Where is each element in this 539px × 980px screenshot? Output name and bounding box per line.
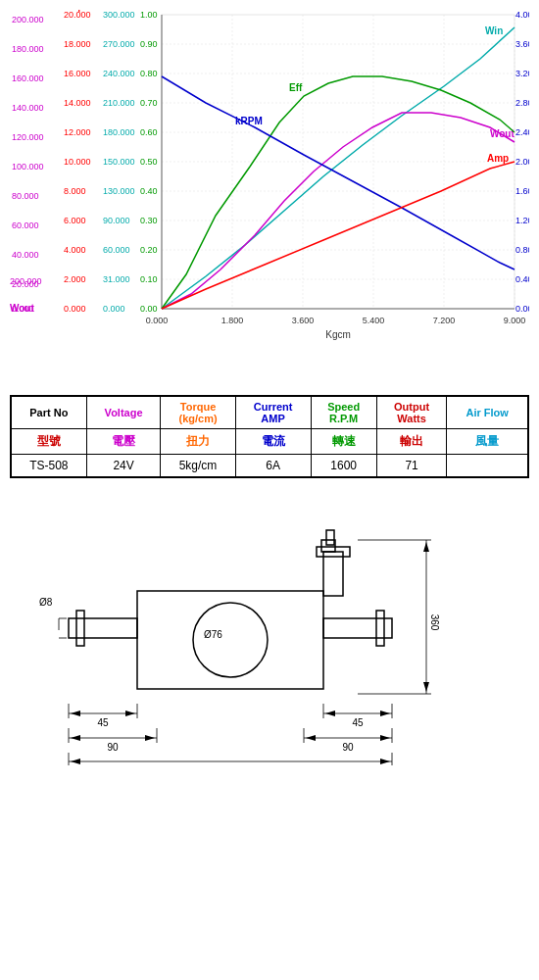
- svg-text:20.000: 20.000: [12, 279, 39, 289]
- svg-text:0.000: 0.000: [103, 304, 125, 314]
- performance-chart: Wout 200.000 180.000 200.000 180.000 160…: [10, 10, 529, 372]
- svg-text:8.000: 8.000: [64, 186, 86, 196]
- svg-text:60.000: 60.000: [103, 245, 130, 255]
- svg-text:16.000: 16.000: [64, 69, 91, 78]
- svg-text:Eff: Eff: [140, 10, 153, 12]
- svg-text:0.00: 0.00: [140, 304, 158, 314]
- svg-rect-93: [376, 611, 384, 646]
- svg-marker-115: [380, 710, 390, 716]
- td-ch-output: 輸出: [376, 429, 447, 455]
- svg-text:3.200: 3.200: [515, 69, 529, 78]
- svg-text:4.000: 4.000: [64, 245, 86, 255]
- svg-text:10.000: 10.000: [64, 157, 91, 167]
- svg-text:Amp: Amp: [487, 153, 509, 164]
- svg-marker-125: [380, 735, 390, 741]
- svg-text:210.000: 210.000: [103, 98, 135, 108]
- td-ch-torque: 扭力: [161, 429, 235, 455]
- th-voltage: Voltage: [86, 396, 161, 429]
- d76-label: Ø76: [204, 629, 222, 640]
- svg-text:Kgcm: Kgcm: [325, 329, 351, 340]
- svg-text:150.000: 150.000: [103, 157, 135, 167]
- svg-text:5.400: 5.400: [363, 316, 385, 325]
- d90-left-label: 90: [107, 742, 119, 753]
- svg-text:Amp: Amp: [64, 10, 84, 12]
- svg-marker-105: [423, 682, 429, 692]
- svg-text:2.000: 2.000: [64, 274, 86, 284]
- svg-text:1.200: 1.200: [515, 216, 529, 225]
- svg-text:3.600: 3.600: [292, 316, 315, 325]
- svg-rect-90: [69, 618, 137, 638]
- amp-curve: [162, 162, 514, 309]
- svg-text:0.70: 0.70: [140, 98, 158, 108]
- chart-section: Wout 200.000 180.000 200.000 180.000 160…: [0, 0, 539, 380]
- svg-text:0.60: 0.60: [140, 127, 158, 137]
- svg-text:0.000: 0.000: [12, 304, 34, 314]
- svg-text:14.000: 14.000: [64, 98, 91, 108]
- svg-text:1.600: 1.600: [515, 186, 529, 196]
- svg-text:2.800: 2.800: [515, 98, 529, 108]
- td-partno: TS-508: [11, 455, 86, 478]
- svg-text:100.000: 100.000: [12, 162, 44, 172]
- svg-text:kRPM: kRPM: [480, 10, 505, 12]
- svg-text:9.000: 9.000: [504, 316, 526, 325]
- dimension-diagram: Ø8 Ø76 360 45 45: [10, 513, 529, 767]
- svg-marker-114: [325, 710, 335, 716]
- svg-text:0.20: 0.20: [140, 245, 158, 255]
- svg-marker-130: [380, 759, 390, 764]
- svg-text:3.600: 3.600: [515, 39, 529, 49]
- svg-text:kRPM: kRPM: [235, 116, 263, 126]
- svg-rect-97: [326, 530, 334, 545]
- svg-text:0.000: 0.000: [64, 304, 86, 314]
- svg-text:0.90: 0.90: [140, 39, 158, 49]
- svg-marker-110: [125, 710, 135, 716]
- td-torque: 5kg/cm: [161, 455, 235, 478]
- svg-text:40.000: 40.000: [12, 250, 39, 260]
- td-ch-voltage: 電壓: [86, 429, 161, 455]
- svg-text:4.000: 4.000: [515, 10, 529, 20]
- svg-text:1.800: 1.800: [221, 316, 244, 325]
- th-output: OutputWatts: [376, 396, 447, 429]
- svg-marker-119: [71, 735, 80, 741]
- td-airflow: [447, 455, 528, 478]
- td-output: 71: [376, 455, 447, 478]
- svg-text:0.800: 0.800: [515, 245, 529, 255]
- d45-right-label: 45: [352, 717, 364, 728]
- svg-text:180.000: 180.000: [12, 44, 44, 54]
- svg-text:180.000: 180.000: [103, 127, 135, 137]
- svg-rect-96: [321, 540, 335, 552]
- svg-text:Win: Win: [485, 25, 503, 36]
- d45-left-label: 45: [97, 717, 109, 728]
- th-partno: Part No: [11, 396, 86, 429]
- svg-marker-109: [71, 710, 80, 716]
- svg-text:12.000: 12.000: [64, 127, 91, 137]
- svg-text:Wout: Wout: [12, 10, 33, 12]
- svg-rect-92: [323, 618, 392, 638]
- td-ch-partno: 型號: [11, 429, 86, 455]
- th-airflow: Air Flow: [447, 396, 528, 429]
- d8-label: Ø8: [39, 597, 53, 608]
- svg-text:270.000: 270.000: [103, 39, 135, 49]
- svg-text:0.10: 0.10: [140, 274, 158, 284]
- svg-text:90.000: 90.000: [103, 216, 130, 225]
- diagram-section: Ø8 Ø76 360 45 45: [0, 503, 539, 780]
- svg-marker-120: [145, 735, 155, 741]
- svg-text:7.200: 7.200: [433, 316, 456, 325]
- svg-rect-91: [76, 611, 84, 646]
- td-ch-speed: 轉速: [311, 429, 376, 455]
- svg-text:31.000: 31.000: [103, 274, 130, 284]
- svg-rect-94: [323, 552, 343, 596]
- svg-text:200.000: 200.000: [12, 15, 44, 24]
- win-curve: [162, 27, 514, 309]
- table-section: Part No Voltage Torque(kg/cm) CurrentAMP…: [0, 380, 539, 493]
- svg-marker-124: [306, 735, 316, 741]
- th-speed: SpeedR.P.M: [311, 396, 376, 429]
- td-current: 6A: [235, 455, 311, 478]
- svg-text:130.000: 130.000: [103, 186, 135, 196]
- svg-marker-129: [71, 759, 80, 764]
- th-current: CurrentAMP: [235, 396, 311, 429]
- svg-text:0.40: 0.40: [140, 186, 158, 196]
- svg-marker-104: [423, 542, 429, 552]
- krpm-curve: [162, 76, 514, 270]
- d305-label: 305: [222, 766, 239, 767]
- svg-text:0.30: 0.30: [140, 216, 158, 225]
